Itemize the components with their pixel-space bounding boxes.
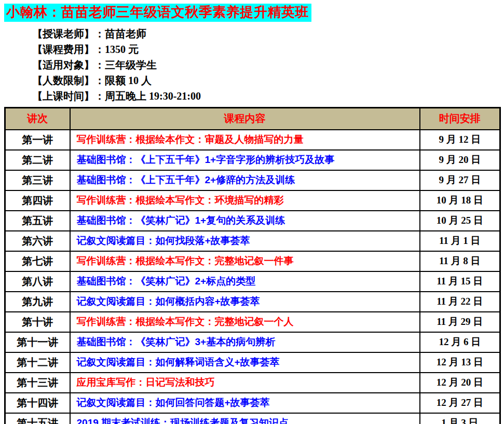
date-cell: 12 月 6 日 [420,332,500,352]
course-content-cell: 2019 期末考试训练：现场训练考题及复习知识点 [70,413,420,424]
info-line: 【上课时间】：周五晚上 19:30-21:00 [32,88,504,104]
lecture-number-cell: 第三讲 [5,170,70,190]
info-value: 1350 元 [105,44,139,55]
table-row: 第六讲记叙文阅读篇目：如何找段落+故事荟萃11 月 1 日 [5,231,500,251]
course-content-cell: 应用宝库写作：日记写法和技巧 [70,373,420,393]
lecture-number-cell: 第十四讲 [5,393,70,413]
lecture-number-cell: 第十五讲 [5,413,70,424]
lecture-number-cell: 第九讲 [5,292,70,312]
course-content-cell: 基础图书馆：《笑林广记》1+复句的关系及训练 [70,211,420,231]
column-header-lecture: 讲次 [5,107,70,130]
page-title: 小翰林：苗苗老师三年级语文秋季素养提升精英班 [4,4,311,22]
course-schedule-page: 小翰林：苗苗老师三年级语文秋季素养提升精英班 【授课老师】：苗苗老师【课程费用】… [0,0,504,424]
course-content-cell: 记叙文阅读篇目：如何找段落+故事荟萃 [70,231,420,251]
date-cell: 11 月 29 日 [420,312,500,332]
table-row: 第十讲写作训练营：根据绘本写作文：完整地记叙一个人11 月 29 日 [5,312,500,332]
table-row: 第十四讲记叙文阅读篇目：如何回答问答题+故事荟萃12 月 27 日 [5,393,500,413]
schedule-table-body: 第一讲写作训练营：根据绘本作文：审题及人物描写的力量9 月 12 日第二讲基础图… [5,130,500,424]
table-row: 第十三讲应用宝库写作：日记写法和技巧12 月 20 日 [5,373,500,393]
date-cell: 12 月 20 日 [420,373,500,393]
lecture-number-cell: 第一讲 [5,130,70,150]
date-cell: 9 月 12 日 [420,130,500,150]
course-content-cell: 基础图书馆：《笑林广记》3+基本的病句辨析 [70,332,420,352]
lecture-number-cell: 第五讲 [5,211,70,231]
header-row: 讲次 课程内容 时间安排 [5,107,500,130]
date-cell: 1 月 3 日 [420,413,500,424]
course-info-block: 【授课老师】：苗苗老师【课程费用】：1350 元【适用对象】：三年级学生【人数限… [32,26,504,104]
schedule-table: 讲次 课程内容 时间安排 第一讲写作训练营：根据绘本作文：审题及人物描写的力量9… [4,107,501,424]
table-row: 第七讲写作训练营：根据绘本写作文：完整地记叙一件事11 月 8 日 [5,251,500,271]
info-value: 周五晚上 19:30-21:00 [105,90,201,102]
column-header-content: 课程内容 [70,107,420,130]
course-content-cell: 写作训练营：根据绘本写作文：完整地记叙一个人 [70,312,420,332]
table-row: 第二讲基础图书馆：《上下五千年》1+字音字形的辨析技巧及故事9 月 20 日 [5,150,500,170]
table-row: 第十一讲基础图书馆：《笑林广记》3+基本的病句辨析12 月 6 日 [5,332,500,352]
info-line: 【授课老师】：苗苗老师 [32,26,504,42]
info-label: 【上课时间】： [32,90,105,102]
course-content-cell: 记叙文阅读篇目：如何回答问答题+故事荟萃 [70,393,420,413]
lecture-number-cell: 第七讲 [5,251,70,271]
course-content-cell: 基础图书馆：《上下五千年》1+字音字形的辨析技巧及故事 [70,150,420,170]
info-value: 限额 10 人 [105,75,152,86]
info-label: 【人数限制】： [32,75,105,86]
course-content-cell: 记叙文阅读篇目：如何概括内容+故事荟萃 [70,292,420,312]
table-row: 第八讲基础图书馆：《笑林广记》2+标点的类型11 月 15 日 [5,271,500,292]
date-cell: 12 月 13 日 [420,352,500,373]
lecture-number-cell: 第十讲 [5,312,70,332]
table-row: 第十二讲记叙文阅读篇目：如何解释词语含义+故事荟萃12 月 13 日 [5,352,500,373]
table-row: 第九讲记叙文阅读篇目：如何概括内容+故事荟萃11 月 22 日 [5,292,500,312]
lecture-number-cell: 第六讲 [5,231,70,251]
course-content-cell: 写作训练营：根据绘本写作文：完整地记叙一件事 [70,251,420,271]
course-content-cell: 基础图书馆：《笑林广记》2+标点的类型 [70,271,420,292]
date-cell: 10 月 18 日 [420,190,500,211]
table-row: 第五讲基础图书馆：《笑林广记》1+复句的关系及训练10 月 25 日 [5,211,500,231]
info-label: 【课程费用】： [32,44,105,55]
table-row: 第三讲基础图书馆：《上下五千年》2+修辞的方法及训练9 月 27 日 [5,170,500,190]
info-line: 【适用对象】：三年级学生 [32,57,504,73]
info-line: 【课程费用】：1350 元 [32,42,504,57]
date-cell: 11 月 15 日 [420,271,500,292]
date-cell: 12 月 27 日 [420,393,500,413]
info-value: 三年级学生 [105,59,157,71]
table-row: 第四讲写作训练营：根据绘本写作文：环境描写的精彩10 月 18 日 [5,190,500,211]
date-cell: 11 月 8 日 [420,251,500,271]
column-header-date: 时间安排 [420,107,500,130]
lecture-number-cell: 第十一讲 [5,332,70,352]
info-line: 【人数限制】：限额 10 人 [32,73,504,88]
course-content-cell: 写作训练营：根据绘本作文：审题及人物描写的力量 [70,130,420,150]
date-cell: 9 月 20 日 [420,150,500,170]
lecture-number-cell: 第八讲 [5,271,70,292]
lecture-number-cell: 第十二讲 [5,352,70,373]
lecture-number-cell: 第四讲 [5,190,70,211]
date-cell: 11 月 1 日 [420,231,500,251]
course-content-cell: 基础图书馆：《上下五千年》2+修辞的方法及训练 [70,170,420,190]
info-value: 苗苗老师 [105,28,146,39]
date-cell: 9 月 27 日 [420,170,500,190]
table-row: 第一讲写作训练营：根据绘本作文：审题及人物描写的力量9 月 12 日 [5,130,500,150]
table-row: 第十五讲2019 期末考试训练：现场训练考题及复习知识点1 月 3 日 [5,413,500,424]
date-cell: 10 月 25 日 [420,211,500,231]
schedule-table-header: 讲次 课程内容 时间安排 [5,107,500,130]
info-label: 【授课老师】： [32,28,105,39]
lecture-number-cell: 第二讲 [5,150,70,170]
date-cell: 11 月 22 日 [420,292,500,312]
course-content-cell: 记叙文阅读篇目：如何解释词语含义+故事荟萃 [70,352,420,373]
course-content-cell: 写作训练营：根据绘本写作文：环境描写的精彩 [70,190,420,211]
lecture-number-cell: 第十三讲 [5,373,70,393]
info-label: 【适用对象】： [32,59,105,71]
